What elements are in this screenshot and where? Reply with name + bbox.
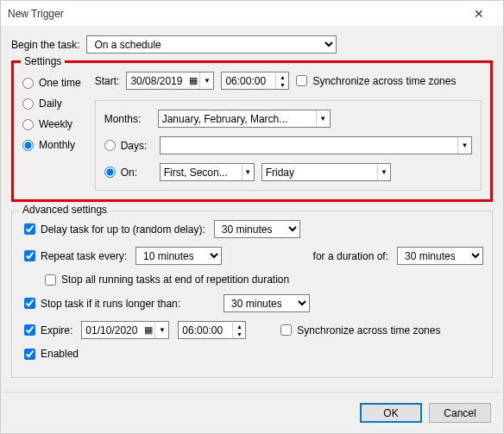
sync-tz-check[interactable]: Synchronize across time zones [296, 75, 456, 87]
chevron-down-icon[interactable]: ▼ [316, 110, 330, 127]
expire-sync-tz-check[interactable]: Synchronize across time zones [280, 324, 440, 337]
cancel-button[interactable]: Cancel [429, 403, 491, 423]
expire-check[interactable]: Expire: [24, 324, 72, 337]
advanced-legend: Advanced settings [19, 204, 110, 216]
enabled-check[interactable]: Enabled [24, 348, 79, 360]
content-area: Begin the task: On a schedule Settings O… [1, 27, 503, 392]
months-label: Months: [104, 113, 158, 125]
advanced-group: Advanced settings Delay task for up to (… [11, 211, 493, 378]
start-label: Start: [95, 75, 120, 87]
radio-weekly[interactable]: Weekly [22, 118, 81, 130]
chevron-down-icon[interactable]: ▼ [377, 164, 389, 180]
window-title: New Trigger [8, 8, 462, 20]
begin-task-select[interactable]: On a schedule [86, 35, 337, 53]
days-select[interactable]: ▼ [160, 136, 472, 154]
stop-all-check[interactable]: Stop all running tasks at end of repetit… [45, 274, 289, 286]
radio-on[interactable]: On: [104, 167, 137, 179]
settings-group: Settings One time Daily Weekly Monthly S… [11, 60, 493, 202]
start-row: Start: ▦ ▼ ▲▼ Synchronize across time zo… [95, 72, 482, 90]
radio-monthly[interactable]: Monthly [22, 139, 81, 151]
chevron-down-icon[interactable]: ▼ [199, 72, 213, 89]
delay-select[interactable]: 30 minutes [214, 220, 300, 238]
months-select[interactable]: ▼ [158, 110, 331, 128]
calendar-icon: ▦ [142, 324, 154, 336]
chevron-down-icon[interactable]: ▼ [154, 322, 168, 338]
begin-task-label: Begin the task: [11, 39, 79, 51]
repeat-select[interactable]: 10 minutes [135, 247, 222, 265]
close-icon[interactable]: ✕ [462, 7, 496, 21]
duration-select[interactable]: 30 minutes [397, 247, 483, 265]
expire-date-picker[interactable]: ▦ ▼ [81, 321, 169, 339]
chevron-down-icon[interactable]: ▼ [242, 164, 254, 180]
monthly-settings: Months: ▼ Days: ▼ [95, 100, 482, 191]
start-time-picker[interactable]: ▲▼ [221, 72, 289, 90]
stop-if-select[interactable]: 30 minutes [224, 294, 310, 312]
duration-label: for a duration of: [313, 250, 388, 262]
expire-time-picker[interactable]: ▲▼ [178, 321, 246, 339]
radio-days[interactable]: Days: [104, 140, 148, 152]
begin-task-row: Begin the task: On a schedule [11, 35, 493, 53]
chevron-down-icon[interactable]: ▼ [457, 137, 471, 154]
repeat-check[interactable]: Repeat task every: [24, 250, 127, 262]
calendar-icon: ▦ [187, 75, 199, 86]
titlebar: New Trigger ✕ [1, 1, 503, 27]
start-date-picker[interactable]: ▦ ▼ [126, 72, 214, 90]
time-spinner[interactable]: ▲▼ [275, 73, 288, 89]
settings-legend: Settings [21, 55, 65, 67]
frequency-radios: One time Daily Weekly Monthly [22, 72, 85, 191]
new-trigger-dialog: New Trigger ✕ Begin the task: On a sched… [0, 0, 504, 434]
delay-check[interactable]: Delay task for up to (random delay): [24, 223, 205, 236]
ok-button[interactable]: OK [360, 403, 422, 423]
dialog-footer: OK Cancel [1, 392, 503, 433]
on-weeks-select[interactable]: ▼ [160, 163, 255, 181]
time-spinner[interactable]: ▲▼ [232, 323, 245, 338]
stop-if-check[interactable]: Stop task if it runs longer than: [24, 298, 180, 310]
radio-daily[interactable]: Daily [22, 97, 81, 110]
on-day-select[interactable]: ▼ [261, 163, 391, 181]
radio-one-time[interactable]: One time [22, 77, 81, 89]
